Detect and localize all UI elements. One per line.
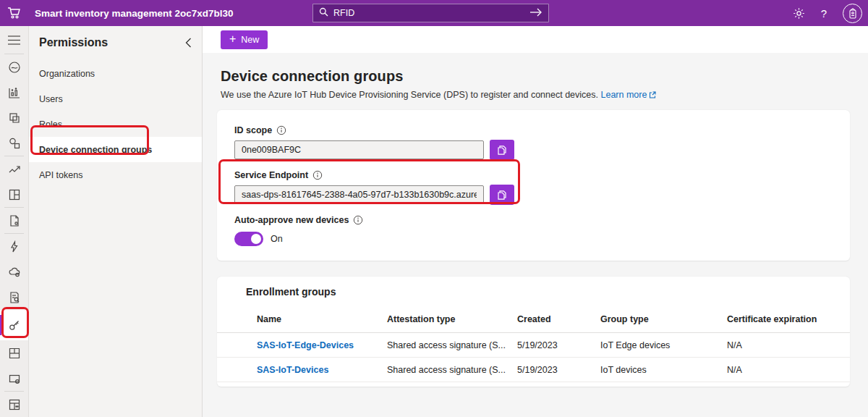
service-endpoint-label: Service Endpoint — [234, 170, 308, 180]
page-title: Device connection groups — [221, 68, 850, 85]
info-icon[interactable] — [276, 125, 286, 135]
table-row[interactable]: SAS-IoT-Edge-Devices Shared access signa… — [217, 333, 850, 358]
column-header-certificate-expiration[interactable]: Certificate expiration — [727, 314, 850, 324]
column-header-name[interactable]: Name — [257, 314, 387, 324]
cell-certificate-expiration: N/A — [727, 340, 850, 350]
customization-icon[interactable] — [0, 392, 28, 417]
sidebar-title: Permissions — [39, 36, 108, 49]
info-icon[interactable] — [353, 215, 363, 225]
column-header-attestation-type[interactable]: Attestation type — [387, 314, 517, 324]
enrollment-group-link[interactable]: SAS-IoT-Devices — [257, 365, 387, 375]
page-description: We use the Azure IoT Hub Device Provisio… — [221, 90, 850, 101]
device-groups-icon[interactable] — [0, 130, 28, 156]
table-row[interactable]: SAS-IoT-Devices Shared access signature … — [217, 358, 850, 382]
id-scope-group: ID scope — [234, 125, 833, 160]
cell-group-type: IoT devices — [600, 365, 727, 375]
cell-attestation: Shared access signature (S... — [387, 340, 517, 350]
help-icon[interactable]: ? — [821, 7, 827, 20]
cell-group-type: IoT Edge devices — [600, 340, 727, 350]
plus-icon: + — [229, 33, 236, 45]
enrollment-groups-card: Enrollment groups Name Attestation type … — [217, 277, 850, 387]
collapse-chevron-icon[interactable] — [185, 38, 192, 48]
jobs-icon[interactable] — [0, 234, 28, 259]
enrollment-group-link[interactable]: SAS-IoT-Edge-Devices — [257, 340, 387, 350]
organization-icon[interactable] — [0, 54, 28, 80]
device-templates-icon[interactable] — [0, 105, 28, 130]
service-endpoint-field[interactable] — [234, 185, 484, 204]
toggle-state-label: On — [271, 234, 283, 244]
search-icon — [319, 7, 328, 20]
column-header-created[interactable]: Created — [517, 314, 600, 324]
search-input[interactable] — [333, 8, 529, 18]
data-explorer-icon[interactable] — [0, 156, 28, 182]
enrollment-groups-title: Enrollment groups — [246, 286, 850, 298]
menu-hamburger-icon[interactable] — [0, 26, 28, 54]
audit-logs-icon[interactable] — [0, 285, 28, 310]
auto-approve-group: Auto-approve new devices On — [234, 215, 833, 250]
command-bar: + New — [203, 26, 868, 53]
sidebar-item-roles[interactable]: Roles — [29, 111, 202, 137]
info-icon[interactable] — [312, 170, 323, 180]
dps-settings-card: ID scope Service Endpoint — [217, 110, 850, 261]
auto-approve-toggle[interactable] — [234, 232, 263, 246]
learn-more-link[interactable]: Learn more — [601, 90, 657, 100]
external-link-icon — [649, 90, 656, 101]
search-submit-icon[interactable] — [529, 7, 542, 20]
cell-certificate-expiration: N/A — [727, 365, 850, 375]
copy-service-endpoint-button[interactable] — [490, 185, 514, 205]
sidebar-item-users[interactable]: Users — [29, 86, 202, 111]
cell-created: 5/19/2023 — [517, 340, 600, 350]
application-settings-icon[interactable] — [0, 366, 28, 391]
edit-layout-icon[interactable] — [0, 340, 28, 366]
data-export-icon[interactable] — [0, 259, 28, 285]
search-box[interactable] — [312, 4, 549, 22]
rules-icon[interactable] — [0, 208, 28, 233]
permissions-sidebar: Permissions Organizations Users Roles De… — [29, 26, 203, 417]
id-scope-label: ID scope — [234, 125, 272, 135]
user-avatar[interactable] — [843, 4, 862, 23]
nav-rail — [0, 26, 29, 417]
app-title: Smart inventory management 2oc7xd7bl30 — [35, 8, 234, 19]
settings-gear-icon[interactable] — [793, 7, 805, 20]
new-button[interactable]: + New — [221, 30, 268, 49]
sidebar-item-api-tokens[interactable]: API tokens — [29, 162, 202, 188]
main-content: + New Device connection groups We use th… — [203, 26, 868, 417]
dashboards-icon[interactable] — [0, 182, 28, 207]
device-analytics-icon[interactable] — [0, 80, 28, 105]
app-header: Smart inventory management 2oc7xd7bl30 ? — [0, 0, 868, 26]
permissions-key-icon[interactable] — [0, 310, 28, 340]
copy-id-scope-button[interactable] — [490, 140, 514, 160]
service-endpoint-group: Service Endpoint — [234, 170, 833, 205]
table-header-row: Name Attestation type Created Group type… — [217, 306, 850, 333]
column-header-group-type[interactable]: Group type — [600, 314, 727, 324]
cell-created: 5/19/2023 — [517, 365, 600, 375]
sidebar-item-organizations[interactable]: Organizations — [29, 61, 202, 86]
cart-icon — [0, 7, 29, 20]
id-scope-field[interactable] — [234, 140, 484, 159]
auto-approve-label: Auto-approve new devices — [234, 215, 349, 225]
sidebar-item-device-connection-groups[interactable]: Device connection groups — [29, 137, 202, 162]
cell-attestation: Shared access signature (S... — [387, 365, 517, 375]
